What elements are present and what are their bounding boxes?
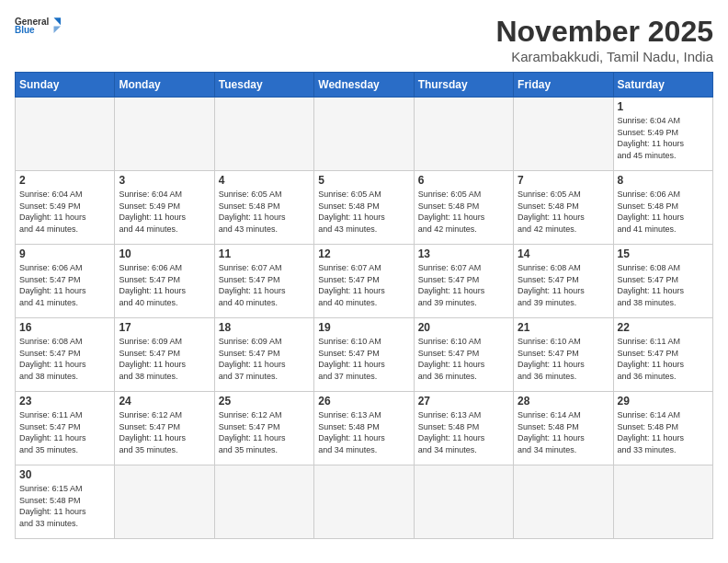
calendar-cell xyxy=(16,98,115,171)
day-number: 4 xyxy=(219,174,310,187)
calendar-cell: 25Sunrise: 6:12 AM Sunset: 5:47 PM Dayli… xyxy=(214,392,313,465)
day-number: 11 xyxy=(219,247,310,260)
calendar-cell xyxy=(214,465,313,539)
calendar-cell: 9Sunrise: 6:06 AM Sunset: 5:47 PM Daylig… xyxy=(16,245,115,318)
calendar-cell: 18Sunrise: 6:09 AM Sunset: 5:47 PM Dayli… xyxy=(214,318,313,392)
day-info: Sunrise: 6:06 AM Sunset: 5:48 PM Dayligh… xyxy=(618,189,709,235)
day-info: Sunrise: 6:12 AM Sunset: 5:47 PM Dayligh… xyxy=(219,409,310,455)
day-info: Sunrise: 6:05 AM Sunset: 5:48 PM Dayligh… xyxy=(518,189,609,235)
calendar-cell: 14Sunrise: 6:08 AM Sunset: 5:47 PM Dayli… xyxy=(514,245,613,318)
day-number: 13 xyxy=(418,247,509,260)
day-number: 7 xyxy=(518,174,609,187)
calendar-cell: 15Sunrise: 6:08 AM Sunset: 5:47 PM Dayli… xyxy=(613,245,712,318)
calendar-cell: 27Sunrise: 6:13 AM Sunset: 5:48 PM Dayli… xyxy=(414,392,513,465)
calendar-cell: 21Sunrise: 6:10 AM Sunset: 5:47 PM Dayli… xyxy=(514,318,613,392)
day-info: Sunrise: 6:10 AM Sunset: 5:47 PM Dayligh… xyxy=(418,336,509,382)
day-number: 12 xyxy=(318,247,409,260)
calendar-cell xyxy=(613,465,712,539)
day-info: Sunrise: 6:10 AM Sunset: 5:47 PM Dayligh… xyxy=(518,336,609,382)
calendar-body: 1Sunrise: 6:04 AM Sunset: 5:49 PM Daylig… xyxy=(16,98,713,539)
calendar-cell: 4Sunrise: 6:05 AM Sunset: 5:48 PM Daylig… xyxy=(214,171,313,245)
calendar-cell: 22Sunrise: 6:11 AM Sunset: 5:47 PM Dayli… xyxy=(613,318,712,392)
month-title: November 2025 xyxy=(495,15,713,49)
day-number: 17 xyxy=(119,321,210,334)
day-info: Sunrise: 6:08 AM Sunset: 5:47 PM Dayligh… xyxy=(618,262,709,308)
day-info: Sunrise: 6:04 AM Sunset: 5:49 PM Dayligh… xyxy=(618,115,709,161)
svg-marker-3 xyxy=(54,27,62,34)
day-number: 6 xyxy=(418,174,509,187)
day-info: Sunrise: 6:06 AM Sunset: 5:47 PM Dayligh… xyxy=(19,262,110,308)
day-number: 10 xyxy=(119,247,210,260)
calendar-cell: 8Sunrise: 6:06 AM Sunset: 5:48 PM Daylig… xyxy=(613,171,712,245)
calendar-cell: 1Sunrise: 6:04 AM Sunset: 5:49 PM Daylig… xyxy=(613,98,712,171)
calendar-header: SundayMondayTuesdayWednesdayThursdayFrid… xyxy=(16,73,713,98)
weekday-header: Sunday xyxy=(16,73,115,98)
calendar-cell xyxy=(214,98,313,171)
calendar-cell xyxy=(414,465,513,539)
calendar-cell: 16Sunrise: 6:08 AM Sunset: 5:47 PM Dayli… xyxy=(16,318,115,392)
calendar-cell: 3Sunrise: 6:04 AM Sunset: 5:49 PM Daylig… xyxy=(115,171,214,245)
day-number: 18 xyxy=(219,321,310,334)
calendar-cell xyxy=(115,465,214,539)
calendar-cell: 13Sunrise: 6:07 AM Sunset: 5:47 PM Dayli… xyxy=(414,245,513,318)
day-number: 26 xyxy=(318,395,409,408)
day-number: 16 xyxy=(19,321,110,334)
calendar-cell xyxy=(514,98,613,171)
day-info: Sunrise: 6:10 AM Sunset: 5:47 PM Dayligh… xyxy=(318,336,409,382)
day-info: Sunrise: 6:08 AM Sunset: 5:47 PM Dayligh… xyxy=(19,336,110,382)
day-number: 3 xyxy=(119,174,210,187)
day-info: Sunrise: 6:05 AM Sunset: 5:48 PM Dayligh… xyxy=(318,189,409,235)
day-info: Sunrise: 6:07 AM Sunset: 5:47 PM Dayligh… xyxy=(219,262,310,308)
day-number: 2 xyxy=(19,174,110,187)
calendar-cell: 20Sunrise: 6:10 AM Sunset: 5:47 PM Dayli… xyxy=(414,318,513,392)
calendar-cell: 26Sunrise: 6:13 AM Sunset: 5:48 PM Dayli… xyxy=(314,392,414,465)
calendar-cell xyxy=(314,465,414,539)
calendar-cell xyxy=(115,98,214,171)
logo-icon: General Blue xyxy=(15,15,61,35)
calendar-table: SundayMondayTuesdayWednesdayThursdayFrid… xyxy=(15,72,713,539)
day-number: 27 xyxy=(418,395,509,408)
weekday-header: Thursday xyxy=(414,73,513,98)
calendar-cell: 2Sunrise: 6:04 AM Sunset: 5:49 PM Daylig… xyxy=(16,171,115,245)
day-info: Sunrise: 6:11 AM Sunset: 5:47 PM Dayligh… xyxy=(19,409,110,455)
day-info: Sunrise: 6:07 AM Sunset: 5:47 PM Dayligh… xyxy=(418,262,509,308)
calendar-cell: 7Sunrise: 6:05 AM Sunset: 5:48 PM Daylig… xyxy=(514,171,613,245)
day-number: 24 xyxy=(119,395,210,408)
day-info: Sunrise: 6:12 AM Sunset: 5:47 PM Dayligh… xyxy=(119,409,210,455)
day-number: 22 xyxy=(618,321,709,334)
day-number: 1 xyxy=(618,100,709,113)
day-info: Sunrise: 6:11 AM Sunset: 5:47 PM Dayligh… xyxy=(618,336,709,382)
day-number: 29 xyxy=(618,395,709,408)
calendar-cell: 24Sunrise: 6:12 AM Sunset: 5:47 PM Dayli… xyxy=(115,392,214,465)
calendar-cell: 17Sunrise: 6:09 AM Sunset: 5:47 PM Dayli… xyxy=(115,318,214,392)
calendar-cell: 23Sunrise: 6:11 AM Sunset: 5:47 PM Dayli… xyxy=(16,392,115,465)
day-info: Sunrise: 6:15 AM Sunset: 5:48 PM Dayligh… xyxy=(19,483,110,529)
day-number: 5 xyxy=(318,174,409,187)
calendar-cell: 28Sunrise: 6:14 AM Sunset: 5:48 PM Dayli… xyxy=(514,392,613,465)
calendar-cell: 11Sunrise: 6:07 AM Sunset: 5:47 PM Dayli… xyxy=(214,245,313,318)
day-number: 8 xyxy=(618,174,709,187)
calendar-cell: 30Sunrise: 6:15 AM Sunset: 5:48 PM Dayli… xyxy=(16,465,115,539)
day-info: Sunrise: 6:04 AM Sunset: 5:49 PM Dayligh… xyxy=(119,189,210,235)
day-info: Sunrise: 6:13 AM Sunset: 5:48 PM Dayligh… xyxy=(318,409,409,455)
day-number: 25 xyxy=(219,395,310,408)
weekday-header: Saturday xyxy=(613,73,712,98)
day-info: Sunrise: 6:09 AM Sunset: 5:47 PM Dayligh… xyxy=(119,336,210,382)
day-info: Sunrise: 6:05 AM Sunset: 5:48 PM Dayligh… xyxy=(418,189,509,235)
weekday-header: Monday xyxy=(115,73,214,98)
day-number: 20 xyxy=(418,321,509,334)
calendar-cell xyxy=(414,98,513,171)
day-info: Sunrise: 6:09 AM Sunset: 5:47 PM Dayligh… xyxy=(219,336,310,382)
calendar-cell: 12Sunrise: 6:07 AM Sunset: 5:47 PM Dayli… xyxy=(314,245,414,318)
logo: General Blue xyxy=(15,15,61,35)
title-block: November 2025 Karambakkudi, Tamil Nadu, … xyxy=(495,15,713,64)
day-number: 19 xyxy=(318,321,409,334)
day-info: Sunrise: 6:05 AM Sunset: 5:48 PM Dayligh… xyxy=(219,189,310,235)
day-number: 9 xyxy=(19,247,110,260)
svg-text:Blue: Blue xyxy=(15,25,35,35)
day-info: Sunrise: 6:06 AM Sunset: 5:47 PM Dayligh… xyxy=(119,262,210,308)
page-header: General Blue November 2025 Karambakkudi,… xyxy=(15,15,713,64)
day-info: Sunrise: 6:13 AM Sunset: 5:48 PM Dayligh… xyxy=(418,409,509,455)
day-number: 14 xyxy=(518,247,609,260)
calendar-cell: 19Sunrise: 6:10 AM Sunset: 5:47 PM Dayli… xyxy=(314,318,414,392)
